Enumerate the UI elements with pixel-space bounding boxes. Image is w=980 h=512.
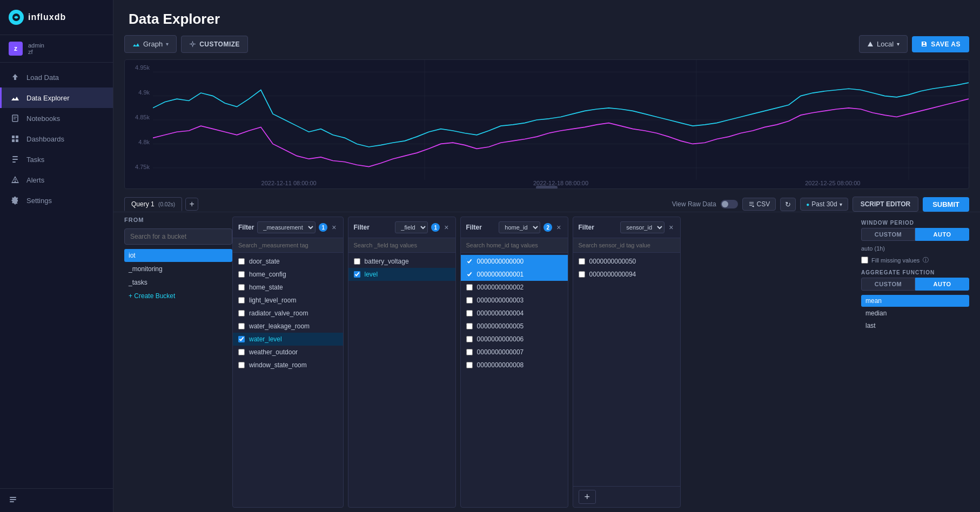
local-button[interactable]: Local ▾ [859,35,908,53]
filter-panel-sensorid: Filter sensor_id × 0000000000050 0000000… [573,217,681,508]
auto-value-label: auto (1h) [861,243,969,254]
customize-button[interactable]: CUSTOMIZE [181,36,248,53]
filter-item[interactable]: light_level_room [233,294,343,307]
sidebar-item-tasks[interactable]: Tasks [0,149,113,170]
filter-items-field: battery_voltage level [348,253,455,507]
query-tab-1[interactable]: Query 1 (0.02s) [124,197,182,211]
bucket-item-tasks[interactable]: _tasks [124,276,232,289]
add-filter-value-button[interactable]: + [579,490,596,504]
script-editor-button[interactable]: SCRIPT EDITOR [853,197,918,212]
filter-select-homeid[interactable]: home_id [499,221,540,233]
sidebar-item-notebooks[interactable]: Notebooks [0,108,113,129]
filter-item-selected-full[interactable]: 0000000000000 [461,255,568,268]
filter-item[interactable]: 0000000000007 [461,346,568,359]
window-period-custom-btn[interactable]: CUSTOM [861,228,915,241]
filter-panel-measurement: Filter _measurement 1 × door_state home_… [232,217,344,508]
filter-item[interactable]: home_state [233,281,343,294]
svg-rect-8 [12,156,18,157]
aggregate-item-median[interactable]: median [861,307,969,319]
filter-item-selected[interactable]: level [348,268,455,281]
local-label: Local [877,40,894,48]
filter-close-button[interactable]: × [668,223,674,232]
sidebar-item-load-data[interactable]: Load Data [0,67,113,87]
notebook-icon [10,113,20,123]
filter-panel-field: Filter _field 1 × battery_voltage level [348,217,456,508]
user-info: admin zf [28,42,44,55]
save-as-label: SAVE AS [931,41,961,48]
svg-rect-7 [16,139,18,142]
filter-item[interactable]: water_leakage_room [233,320,343,333]
sidebar-item-label: Data Explorer [26,94,69,102]
filter-item[interactable]: radiator_valve_room [233,307,343,320]
filter-item[interactable]: battery_voltage [348,255,455,268]
aggregate-item-mean[interactable]: mean [861,295,969,307]
page-header: Data Explorer [113,0,980,35]
filter-title: Filter [354,224,392,231]
panels-row: FROM iot _monitoring _tasks + Create Buc… [113,212,980,512]
sidebar-nav: Load Data Data Explorer Notebooks Dashbo… [0,63,113,488]
sidebar-item-alerts[interactable]: Alerts [0,170,113,190]
filter-item[interactable]: 0000000000004 [461,307,568,320]
filter-search-field[interactable] [348,238,455,253]
settings-icon [10,196,20,205]
svg-rect-4 [12,136,15,138]
chart-resize-handle[interactable] [536,186,558,189]
filter-item[interactable]: door_state [233,255,343,268]
window-period-label: WINDOW PERIOD [861,220,969,226]
filter-item[interactable]: home_config [233,268,343,281]
bucket-item-iot[interactable]: iot [124,249,232,262]
sidebar-item-label: Load Data [26,73,59,82]
past-button[interactable]: ● Past 30d ▾ [800,198,848,211]
fill-missing-checkbox[interactable] [861,257,868,264]
filter-item[interactable]: weather_outdoor [233,346,343,359]
aggregate-auto-btn[interactable]: AUTO [915,278,969,291]
add-query-button[interactable]: + [185,198,198,211]
create-bucket-item[interactable]: + Create Bucket [124,289,232,302]
filter-item[interactable]: 0000000000008 [461,359,568,372]
sidebar-item-data-explorer[interactable]: Data Explorer [0,87,113,108]
filter-select-field[interactable]: _field [395,221,428,233]
aggregate-item-last[interactable]: last [861,320,969,332]
window-period-auto-btn[interactable]: AUTO [915,228,969,241]
past-label: Past 30d [811,200,837,208]
filter-select-measurement[interactable]: _measurement [257,221,316,233]
bucket-search-input[interactable] [124,228,232,245]
filter-item[interactable]: 0000000000005 [461,320,568,333]
chart-x-labels: 2022-12-11 08:00:00 2022-12-18 08:00:00 … [153,180,969,186]
upload-icon [10,72,20,82]
filter-item[interactable]: 0000000000050 [573,255,680,268]
save-as-button[interactable]: SAVE AS [912,36,969,52]
filter-close-button[interactable]: × [443,223,449,232]
view-raw-toggle[interactable] [721,200,738,208]
submit-button[interactable]: SUBMIT [923,197,969,212]
filter-close-button[interactable]: × [555,223,562,232]
filter-item-selected[interactable]: water_level [233,333,343,346]
filter-close-button[interactable]: × [331,223,337,232]
filter-item[interactable]: window_state_room [233,359,343,372]
filter-title: Filter [579,224,617,231]
refresh-button[interactable]: ↻ [780,198,796,211]
filter-search-homeid[interactable] [461,238,568,253]
filter-item[interactable]: 0000000000006 [461,333,568,346]
filter-panels: Filter _measurement 1 × door_state home_… [232,217,857,508]
query-tabs-bar: Query 1 (0.02s) + View Raw Data CSV ↻ ● … [113,193,980,212]
main-content: Data Explorer Graph ▾ CUSTOMIZE Local ▾ … [113,0,980,512]
aggregate-custom-btn[interactable]: CUSTOM [861,278,915,291]
from-panel: FROM iot _monitoring _tasks + Create Buc… [124,217,232,508]
filter-select-sensorid[interactable]: sensor_id [620,221,664,233]
filter-item-selected-full[interactable]: 0000000000001 [461,268,568,281]
sidebar-item-settings[interactable]: Settings [0,190,113,211]
filter-panel-header: Filter _measurement 1 × [233,217,343,238]
sidebar-collapse-btn[interactable] [0,488,113,512]
filter-item[interactable]: 0000000000094 [573,268,680,281]
sidebar-item-dashboards[interactable]: Dashboards [0,129,113,149]
filter-item[interactable]: 0000000000002 [461,281,568,294]
bucket-item-monitoring[interactable]: _monitoring [124,262,232,275]
filter-search-sensorid[interactable] [573,238,680,253]
csv-button[interactable]: CSV [742,198,776,211]
filter-item[interactable]: 0000000000003 [461,294,568,307]
chart-icon [10,93,20,103]
svg-point-14 [192,43,194,45]
graph-button[interactable]: Graph ▾ [124,35,177,53]
filter-search-measurement[interactable] [233,238,343,253]
